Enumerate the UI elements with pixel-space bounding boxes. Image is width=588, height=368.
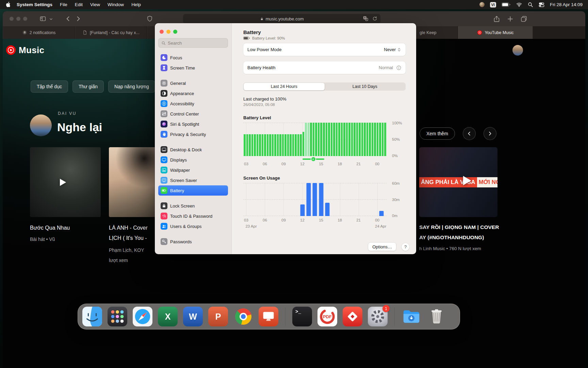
- menubar-clock[interactable]: Fri 28 Apr 14:09: [550, 2, 583, 7]
- sidebar-item-control-center[interactable]: Control Center: [158, 109, 228, 119]
- grid-line: [246, 183, 246, 216]
- range-tab-last-10-days[interactable]: Last 10 Days: [325, 83, 406, 90]
- ytmusic-logo[interactable]: Music: [5, 45, 44, 56]
- tab-overview-button[interactable]: [520, 15, 527, 22]
- close-button[interactable]: [160, 30, 164, 34]
- help-button[interactable]: ?: [402, 243, 409, 251]
- tab-youtube-music[interactable]: YouTube Music: [458, 26, 533, 39]
- dock-downloads-icon[interactable]: [402, 307, 421, 326]
- new-tab-button[interactable]: [507, 15, 514, 22]
- mood-chip[interactable]: Thư giãn: [72, 80, 104, 93]
- dock-trash-icon[interactable]: [427, 307, 446, 326]
- settings-battery-pane: Battery Battery Level: 90% Low Power Mod…: [231, 23, 416, 254]
- translate-icon[interactable]: [363, 16, 369, 21]
- battery-bar: [359, 123, 361, 156]
- sidebar-item-desktop-dock[interactable]: Desktop & Dock: [158, 144, 228, 155]
- low-power-mode-popup[interactable]: Never: [384, 47, 402, 52]
- options-button[interactable]: Options…: [368, 243, 396, 251]
- sidebar-item-siri[interactable]: Siri & Spotlight: [158, 119, 228, 129]
- status-app-icon[interactable]: [479, 2, 485, 7]
- chart-plot: [243, 123, 387, 156]
- dock-launchpad-icon[interactable]: [108, 307, 127, 326]
- menubar-menu-file[interactable]: File: [60, 2, 67, 7]
- video-title[interactable]: AY (#NGOTHANHDUONG): [419, 234, 504, 241]
- play-icon[interactable]: [56, 177, 68, 188]
- battery-status-icon[interactable]: [502, 2, 511, 7]
- page-favicon-icon: [82, 30, 87, 35]
- video-title[interactable]: SAY RỒI | GIỌNG NAM | COVER: [419, 224, 504, 230]
- address-bar[interactable]: music.youtube.com: [183, 14, 380, 24]
- video-card[interactable]: ẢNG PHẢI LÀ VÌ SA MỚI NÓI CÒ: [419, 147, 497, 217]
- see-more-button[interactable]: Xem thêm: [420, 127, 455, 140]
- dock-remote-desktop-icon[interactable]: [259, 307, 278, 326]
- sidebar-item-general[interactable]: General: [158, 78, 228, 88]
- sidebar-item-lock-screen[interactable]: Lock Screen: [158, 201, 228, 211]
- menubar-menu-edit[interactable]: Edit: [75, 2, 83, 7]
- dock-powerpoint-icon[interactable]: P: [208, 307, 228, 326]
- zoom-button[interactable]: [23, 17, 27, 21]
- spotlight-search-icon[interactable]: [527, 2, 533, 7]
- battery-health-info-button[interactable]: [396, 65, 402, 71]
- close-button[interactable]: [10, 17, 14, 21]
- privacy-shield-icon[interactable]: [146, 15, 153, 22]
- tab-group-chevron-icon[interactable]: [49, 17, 53, 21]
- sidebar-item-screen-saver[interactable]: Screen Saver: [158, 175, 228, 185]
- sidebar-item-privacy[interactable]: Privacy & Security: [158, 129, 228, 139]
- share-button[interactable]: [493, 15, 500, 22]
- sidebar-item-screen-time[interactable]: Screen Time: [158, 63, 228, 73]
- play-icon[interactable]: [459, 173, 474, 188]
- sidebar-item-users-groups[interactable]: Users & Groups: [158, 221, 228, 231]
- tab--funland-c-c-c-hay-x-[interactable]: [Funland] - Các cụ hay x...: [75, 26, 147, 39]
- menubar-menu-help[interactable]: Help: [131, 2, 141, 7]
- dock-excel-icon[interactable]: X: [158, 307, 178, 326]
- dock-word-icon[interactable]: W: [183, 307, 203, 326]
- sidebar-item-touch-id[interactable]: Touch ID & Password: [158, 211, 228, 221]
- listen-again-avatar[interactable]: [30, 114, 52, 136]
- sidebar-item-passwords[interactable]: Passwords: [158, 236, 228, 247]
- album-card-1[interactable]: [30, 147, 101, 217]
- dock-pdf-icon[interactable]: PDF: [317, 307, 337, 326]
- zoom-button[interactable]: [173, 30, 177, 34]
- card-subtitle: lượt xem: [109, 258, 180, 263]
- forward-button[interactable]: [75, 15, 82, 22]
- dock-recovery-icon[interactable]: [343, 307, 362, 326]
- battery-bar: [351, 123, 353, 156]
- dock-terminal-icon[interactable]: >_: [292, 307, 312, 326]
- sidebar-toggle-button[interactable]: [39, 15, 46, 22]
- x-axis-label: 06: [263, 218, 267, 222]
- dock-chrome-icon[interactable]: [233, 307, 253, 326]
- sidebar-item-wallpaper[interactable]: Wallpaper: [158, 165, 228, 175]
- menubar-menu-view[interactable]: View: [90, 2, 100, 7]
- settings-search-field[interactable]: Search: [158, 38, 228, 48]
- carousel-prev-button[interactable]: [463, 127, 476, 140]
- sidebar-item-appearance[interactable]: Appearance: [158, 88, 228, 98]
- apple-menu-icon[interactable]: [5, 2, 11, 7]
- sidebar-item-displays[interactable]: Displays: [158, 155, 228, 165]
- mood-chip[interactable]: Nạp năng lượng: [108, 80, 155, 93]
- carousel-next-button[interactable]: [484, 127, 496, 140]
- tab-2-notifications[interactable]: 2 notifications: [3, 26, 75, 39]
- dock-system-settings-icon[interactable]: 1: [368, 307, 388, 326]
- sidebar-item-battery[interactable]: Battery: [158, 185, 228, 196]
- control-center-icon[interactable]: [539, 2, 544, 7]
- dock-finder-icon[interactable]: [82, 307, 102, 326]
- battery-bar: [354, 123, 356, 156]
- card-title[interactable]: Bước Qua Nhau: [30, 225, 101, 231]
- account-avatar[interactable]: [512, 45, 523, 56]
- mood-chip[interactable]: Tập thể dục: [31, 80, 68, 93]
- battery-bar: [279, 134, 281, 156]
- wifi-icon[interactable]: [516, 2, 522, 7]
- sidebar-item-focus[interactable]: Focus: [158, 52, 228, 63]
- x-axis-labels: 0306091215182100: [243, 162, 387, 167]
- menubar-menu-window[interactable]: Window: [108, 2, 124, 7]
- menubar-app-name[interactable]: System Settings: [17, 2, 52, 7]
- section-title[interactable]: Nghe lại: [57, 121, 102, 134]
- reload-button[interactable]: [372, 16, 378, 21]
- input-source-indicator[interactable]: VI: [490, 2, 496, 7]
- sidebar-item-accessibility[interactable]: Accessibility: [158, 98, 228, 109]
- minimize-button[interactable]: [16, 17, 20, 21]
- minimize-button[interactable]: [166, 30, 170, 34]
- back-button[interactable]: [65, 15, 71, 22]
- dock-safari-icon[interactable]: [133, 307, 152, 326]
- range-tab-last-24-hours[interactable]: Last 24 Hours: [244, 83, 325, 90]
